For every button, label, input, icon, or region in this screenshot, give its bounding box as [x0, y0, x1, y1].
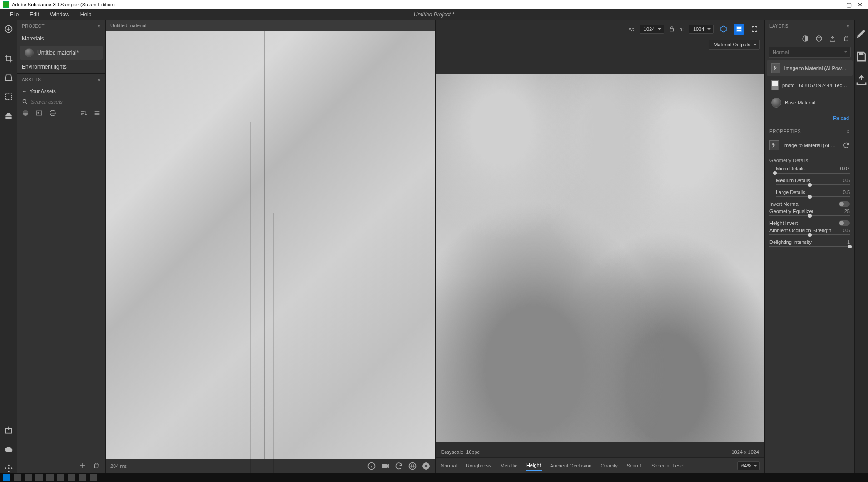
viewport-2d-canvas[interactable]	[436, 74, 765, 442]
channel-scan1[interactable]: Scan 1	[626, 461, 643, 470]
layer-export-icon[interactable]	[829, 35, 836, 42]
height-dropdown[interactable]: 1024	[689, 25, 714, 34]
large-details-value: 0.5	[843, 189, 850, 195]
blend-mode-dropdown[interactable]: Normal	[769, 47, 851, 58]
svg-point-5	[11, 467, 12, 469]
refresh-icon[interactable]	[394, 462, 403, 471]
delighting-value: 1	[847, 239, 850, 245]
taskbar-item[interactable]	[68, 474, 75, 481]
close-properties-panel[interactable]: ×	[846, 128, 850, 135]
export-icon[interactable]	[4, 426, 13, 435]
fullscreen-icon[interactable]	[749, 24, 760, 35]
reset-icon[interactable]	[843, 142, 850, 149]
list-view-icon[interactable]	[94, 109, 101, 117]
taskbar-item[interactable]	[25, 474, 32, 481]
assets-panel: ASSETS × ← Your Assets	[17, 73, 105, 473]
svg-rect-18	[670, 29, 673, 31]
width-dropdown[interactable]: 1024	[640, 25, 664, 34]
perspective-icon[interactable]	[4, 73, 13, 82]
channel-ao[interactable]: Ambient Occlusion	[549, 461, 593, 470]
layer-delete-icon[interactable]	[843, 35, 850, 42]
height-invert-label: Height Invert	[769, 220, 798, 226]
share-icon[interactable]	[855, 73, 868, 86]
medium-details-value: 0.5	[843, 178, 850, 183]
taskbar-item[interactable]	[46, 474, 54, 481]
svg-point-3	[8, 467, 9, 469]
material-outputs-dropdown[interactable]: Material Outputs	[709, 40, 760, 50]
sort-icon[interactable]	[80, 109, 87, 117]
delete-asset-button[interactable]	[93, 462, 100, 469]
ao-strength-slider[interactable]	[769, 233, 850, 238]
viewport3d-tab[interactable]: Untitled material	[110, 23, 146, 28]
edit-icon[interactable]	[855, 27, 868, 40]
channel-roughness[interactable]: Roughness	[465, 461, 492, 470]
layer-item[interactable]: photo-1658157592444-1ece55c40733.png	[767, 78, 853, 93]
large-details-slider[interactable]	[769, 195, 850, 199]
layer-item[interactable]: Image to Material (AI Powered)	[767, 60, 853, 76]
close-assets-panel[interactable]: ×	[97, 76, 101, 83]
environment-icon[interactable]	[408, 462, 417, 471]
minimize-button[interactable]: ─	[833, 1, 843, 8]
filter-generator-icon[interactable]	[49, 109, 56, 117]
svg-rect-14	[382, 464, 387, 468]
medium-details-slider[interactable]	[769, 183, 850, 188]
clone-stamp-icon[interactable]	[4, 111, 13, 120]
filter-material-icon[interactable]	[22, 109, 29, 117]
channel-metallic[interactable]: Metallic	[500, 461, 518, 470]
menu-window[interactable]: Window	[45, 10, 75, 19]
layer-mask-icon[interactable]	[815, 35, 823, 42]
add-material-button[interactable]: +	[97, 35, 101, 42]
cloud-icon[interactable]	[4, 445, 13, 454]
menu-edit[interactable]: Edit	[24, 10, 45, 19]
height-invert-toggle[interactable]	[839, 220, 850, 226]
channel-opacity[interactable]: Opacity	[600, 461, 618, 470]
add-asset-button[interactable]	[79, 462, 86, 469]
taskbar-item[interactable]	[35, 474, 43, 481]
micro-details-slider[interactable]	[769, 171, 850, 176]
menu-help[interactable]: Help	[75, 10, 97, 19]
reload-link[interactable]: Reload	[833, 115, 849, 121]
menu-file[interactable]: File	[5, 10, 24, 19]
render-settings-icon[interactable]	[422, 462, 431, 471]
lock-aspect-icon[interactable]	[669, 26, 675, 32]
windows-taskbar[interactable]	[0, 473, 868, 482]
camera-icon[interactable]	[381, 462, 390, 471]
material-item[interactable]: Untitled material*	[20, 46, 103, 60]
crop-icon[interactable]	[4, 54, 13, 63]
layer-contrast-icon[interactable]	[802, 35, 809, 42]
svg-point-25	[816, 37, 822, 40]
menu-bar: File Edit Window Help Untitled Project *	[0, 9, 868, 20]
taskbar-item[interactable]	[90, 474, 97, 481]
delighting-slider[interactable]	[769, 245, 850, 249]
taskbar-item[interactable]	[14, 474, 21, 481]
view-2d-toggle[interactable]	[734, 24, 744, 35]
view-3d-toggle[interactable]	[718, 24, 729, 35]
viewport-3d-canvas[interactable]	[106, 31, 435, 459]
svg-rect-19	[737, 27, 739, 29]
start-button[interactable]	[3, 474, 10, 481]
assets-search-input[interactable]	[31, 99, 101, 104]
maximize-button[interactable]: ▢	[843, 1, 854, 8]
add-icon[interactable]	[4, 25, 13, 34]
invert-normal-toggle[interactable]	[839, 201, 850, 207]
network-icon[interactable]	[4, 464, 13, 473]
close-project-panel[interactable]: ×	[97, 23, 101, 30]
filter-image-icon[interactable]	[35, 109, 43, 117]
taskbar-item[interactable]	[57, 474, 64, 481]
channel-normal[interactable]: Normal	[440, 461, 458, 470]
add-env-light-button[interactable]: +	[97, 63, 101, 70]
zoom-dropdown[interactable]: 64%	[737, 461, 760, 470]
info-icon[interactable]	[367, 462, 376, 471]
taskbar-item[interactable]	[79, 474, 86, 481]
channel-specular[interactable]: Specular Level	[650, 461, 685, 470]
transform-icon[interactable]	[4, 92, 13, 101]
close-layers-panel[interactable]: ×	[846, 23, 850, 30]
close-window-button[interactable]: ✕	[854, 1, 865, 8]
channel-height[interactable]: Height	[526, 461, 542, 471]
svg-rect-10	[36, 111, 42, 115]
save-icon[interactable]	[855, 50, 868, 63]
layer-item[interactable]: Base Material	[767, 95, 853, 110]
properties-panel-title: PROPERTIES	[769, 129, 801, 134]
geometry-equalizer-slider[interactable]	[769, 214, 850, 219]
assets-back-button[interactable]: ← Your Assets	[17, 86, 105, 97]
